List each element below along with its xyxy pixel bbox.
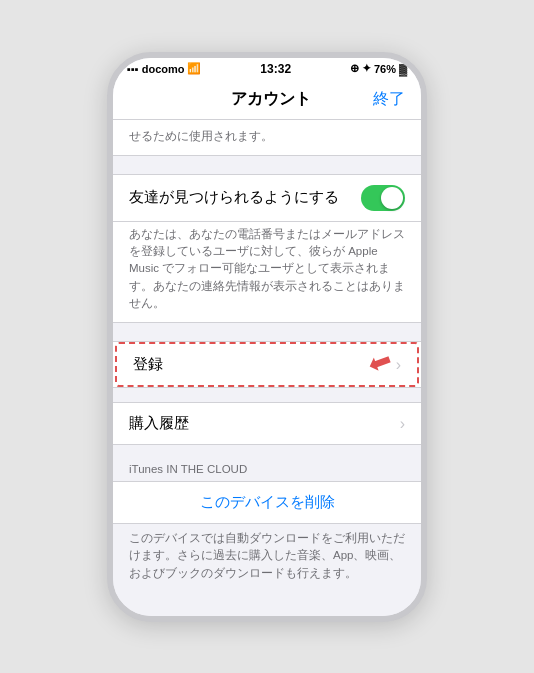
desc-text: あなたは、あなたの電話番号またはメールアドレスを登録しているユーザに対して、彼ら… — [113, 222, 421, 323]
status-right: ⊕ ✦ 76% ▓ — [350, 62, 407, 75]
nav-title: アカウント — [231, 89, 311, 110]
find-friends-toggle[interactable] — [361, 185, 405, 211]
bluetooth-icon: ✦ — [362, 62, 371, 75]
top-note: せるために使用されます。 — [113, 120, 421, 156]
scroll-content: せるために使用されます。 友達が見つけられるようにする あなたは、あなたの電話番… — [113, 120, 421, 616]
carrier-label: docomo — [142, 63, 185, 75]
toggle-section: 友達が見つけられるようにする — [113, 174, 421, 222]
toggle-row: 友達が見つけられるようにする — [113, 175, 421, 221]
registration-row-wrapper: 登録 › ⬅ — [113, 342, 421, 387]
cloud-note: このデバイスでは自動ダウンロードをご利用いただけます。さらに過去に購入した音楽、… — [113, 524, 421, 592]
registration-section: 登録 › ⬅ — [113, 341, 421, 388]
purchase-history-section: 購入履歴 › — [113, 402, 421, 445]
nav-done-button[interactable]: 終了 — [373, 89, 405, 110]
registration-chevron: › — [396, 356, 401, 374]
cloud-section-header: iTunes IN THE CLOUD — [113, 463, 421, 481]
location-icon: ⊕ — [350, 62, 359, 75]
cloud-section: iTunes IN THE CLOUD このデバイスを削除 このデバイスでは自動… — [113, 463, 421, 592]
battery-icon: ▓ — [399, 63, 407, 75]
registration-label: 登録 — [133, 355, 163, 374]
delete-device-row[interactable]: このデバイスを削除 — [113, 481, 421, 524]
wifi-icon: 📶 — [187, 62, 201, 75]
status-bar: ▪▪▪ docomo 📶 13:32 ⊕ ✦ 76% ▓ — [113, 58, 421, 80]
purchase-history-row[interactable]: 購入履歴 › — [113, 403, 421, 444]
nav-bar: アカウント 終了 — [113, 80, 421, 120]
purchase-history-label: 購入履歴 — [129, 414, 189, 433]
status-left: ▪▪▪ docomo 📶 — [127, 62, 201, 75]
registration-row[interactable]: 登録 › — [115, 342, 419, 387]
status-time: 13:32 — [260, 62, 291, 76]
purchase-history-chevron: › — [400, 415, 405, 433]
signal-icon: ▪▪▪ — [127, 63, 139, 75]
toggle-label: 友達が見つけられるようにする — [129, 188, 339, 207]
battery-label: 76% — [374, 63, 396, 75]
delete-device-label: このデバイスを削除 — [200, 493, 335, 512]
phone-frame: ▪▪▪ docomo 📶 13:32 ⊕ ✦ 76% ▓ アカウント 終了 せる… — [107, 52, 427, 622]
